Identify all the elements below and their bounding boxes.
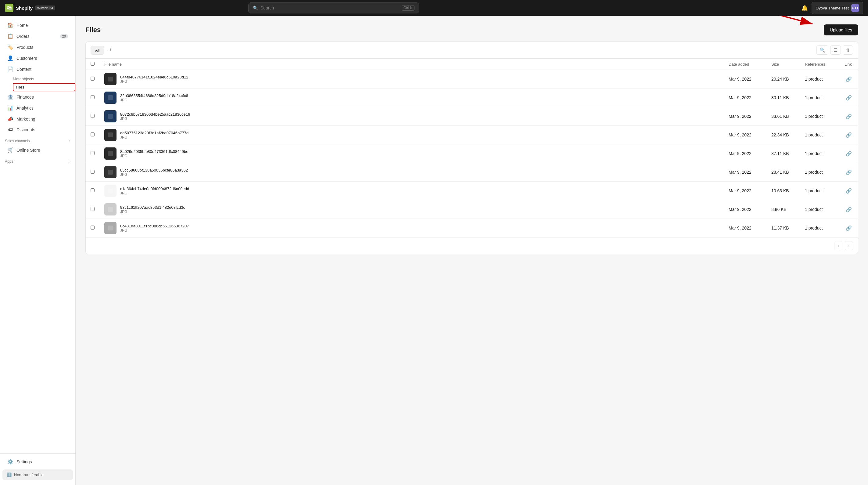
sales-channels-chevron-icon: › [69, 139, 70, 143]
filter-button[interactable]: ☰ [830, 46, 841, 55]
sales-channels-label: Sales channels [5, 139, 30, 143]
file-thumbnail [104, 166, 117, 178]
sidebar-item-marketing[interactable]: 📣 Marketing [2, 114, 73, 124]
file-extension: JPG [120, 135, 188, 140]
file-references: 1 product [800, 88, 840, 107]
next-page-button[interactable]: › [845, 241, 853, 250]
table-row: 8a029d2035bfb80e473361dfc08449beJPGMar 9… [86, 144, 858, 163]
svg-rect-7 [108, 170, 113, 175]
svg-rect-4 [108, 114, 113, 119]
search-button[interactable]: 🔍 [816, 46, 828, 55]
search-bar[interactable]: 🔍 Ctrl K [248, 2, 419, 13]
copy-link-button-1[interactable]: 🔗 [846, 76, 852, 82]
file-date: Mar 9, 2022 [724, 200, 767, 219]
sort-button[interactable]: ⇅ [843, 46, 853, 55]
row-checkbox-8[interactable] [91, 207, 95, 211]
row-checkbox-3[interactable] [91, 114, 95, 118]
file-name-text: 0c431da3011f1bc086cb561266367207 [120, 224, 189, 228]
row-checkbox-4[interactable] [91, 133, 95, 137]
file-name-cell: 32b3863554f4686d825d9da18a24cfc6JPG [104, 91, 719, 104]
orders-icon: 📋 [7, 33, 13, 39]
sort-icon: ⇅ [846, 48, 850, 53]
file-name-text: 044f848776141f1024eae6c610a28d12 [120, 75, 188, 79]
upload-files-button[interactable]: Upload files [824, 24, 858, 35]
products-icon: 🏷️ [7, 44, 13, 50]
row-checkbox-2[interactable] [91, 95, 95, 99]
file-date: Mar 9, 2022 [724, 107, 767, 126]
sales-channels-section[interactable]: Sales channels › [0, 135, 75, 144]
file-date: Mar 9, 2022 [724, 219, 767, 237]
file-thumbnail [104, 73, 117, 85]
sidebar-item-online-store[interactable]: 🛒 Online Store [2, 145, 73, 155]
sidebar-item-discounts[interactable]: 🏷 Discounts [2, 124, 73, 135]
marketing-icon: 📣 [7, 116, 13, 122]
file-extension: JPG [120, 154, 188, 158]
row-checkbox-1[interactable] [91, 77, 95, 81]
sidebar-item-files[interactable]: Files [13, 83, 75, 91]
sidebar-item-customers-label: Customers [17, 56, 37, 61]
store-selector-button[interactable]: Oyova Theme Test OTT [812, 2, 863, 14]
sidebar-item-marketing-label: Marketing [17, 117, 35, 121]
row-checkbox-9[interactable] [91, 226, 95, 230]
col-header-references: References [800, 59, 840, 70]
store-name: Oyova Theme Test [815, 6, 849, 10]
settings-icon: ⚙️ [7, 459, 13, 464]
sidebar-item-home[interactable]: 🏠 Home [2, 20, 73, 30]
copy-link-button-6[interactable]: 🔗 [846, 169, 852, 175]
file-name-text: 32b3863554f4686d825d9da18a24cfc6 [120, 93, 188, 98]
svg-rect-6 [108, 151, 113, 156]
apps-section[interactable]: Apps › [0, 156, 75, 165]
shopify-logo-icon: 🛍 [5, 4, 13, 12]
files-table: File name Date added Size References Lin… [86, 59, 858, 237]
copy-link-button-8[interactable]: 🔗 [846, 207, 852, 212]
sidebar-item-online-store-label: Online Store [17, 148, 40, 152]
svg-rect-8 [108, 188, 113, 193]
file-extension: JPG [120, 117, 190, 121]
row-checkbox-6[interactable] [91, 170, 95, 174]
sidebar-item-products[interactable]: 🏷️ Products [2, 42, 73, 53]
file-extension: JPG [120, 79, 188, 84]
sidebar-item-orders[interactable]: 📋 Orders 20 [2, 31, 73, 41]
copy-link-button-7[interactable]: 🔗 [846, 188, 852, 194]
sidebar-item-analytics[interactable]: 📊 Analytics [2, 103, 73, 113]
select-all-checkbox[interactable] [91, 62, 95, 66]
file-name-cell: 8072c8b5718306d4be25aac21836ce16JPG [104, 110, 719, 122]
logo[interactable]: 🛍 Shopify Winter '24 [5, 4, 55, 12]
upload-btn-wrapper: Upload files [824, 24, 858, 35]
prev-page-button[interactable]: ‹ [834, 241, 843, 250]
sidebar-item-metaobjects[interactable]: Metaobjects [13, 75, 75, 83]
sidebar-item-discounts-label: Discounts [17, 127, 35, 132]
file-size: 28.41 KB [767, 163, 800, 181]
table-row: 85cc58608bf138a50036bcfe86a3a362JPGMar 9… [86, 163, 858, 181]
search-shortcut: Ctrl K [402, 5, 414, 11]
sidebar-item-customers[interactable]: 👤 Customers [2, 53, 73, 63]
svg-rect-5 [108, 133, 113, 137]
settings-label: Settings [17, 459, 32, 464]
sidebar-item-finances[interactable]: 🏦 Finances [2, 91, 73, 102]
file-references: 1 product [800, 200, 840, 219]
page-title: Files [85, 26, 101, 34]
row-checkbox-7[interactable] [91, 188, 95, 192]
table-row: 0c431da3011f1bc086cb561266367207JPGMar 9… [86, 219, 858, 237]
sidebar-item-content[interactable]: 📄 Content [2, 64, 73, 75]
file-thumbnail [104, 147, 117, 160]
notifications-button[interactable]: 🔔 [801, 5, 808, 11]
search-icon: 🔍 [253, 5, 258, 10]
filter-all-button[interactable]: All [91, 46, 104, 55]
file-name-text: 8a029d2035bfb80e473361dfc08449be [120, 149, 188, 154]
svg-rect-2 [108, 77, 113, 82]
add-filter-button[interactable]: + [106, 46, 115, 55]
customers-icon: 👤 [7, 55, 13, 61]
sidebar-item-settings[interactable]: ⚙️ Settings [2, 456, 73, 467]
copy-link-button-5[interactable]: 🔗 [846, 151, 852, 156]
row-checkbox-5[interactable] [91, 151, 95, 155]
col-header-size: Size [767, 59, 800, 70]
copy-link-button-4[interactable]: 🔗 [846, 132, 852, 138]
copy-link-button-9[interactable]: 🔗 [846, 225, 852, 231]
col-header-date: Date added [724, 59, 767, 70]
search-input[interactable] [260, 5, 399, 10]
copy-link-button-3[interactable]: 🔗 [846, 114, 852, 119]
copy-link-button-2[interactable]: 🔗 [846, 95, 852, 101]
info-icon: ℹ️ [7, 473, 11, 477]
search-icon: 🔍 [820, 48, 825, 53]
